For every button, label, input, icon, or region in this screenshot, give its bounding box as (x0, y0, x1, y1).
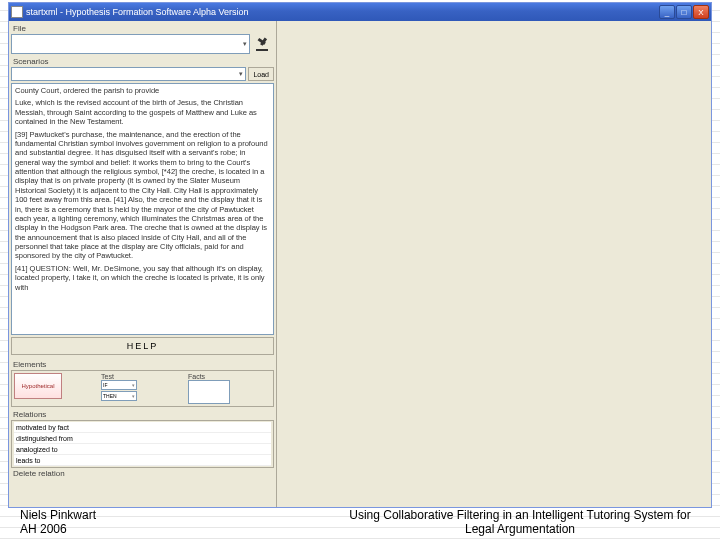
relations-list: motivated by fact distinguished from ana… (11, 420, 274, 468)
elements-label: Elements (13, 360, 272, 369)
relation-item[interactable]: distinguished from (14, 433, 271, 444)
load-button[interactable]: Load (248, 67, 274, 81)
test-label: Test (101, 373, 184, 380)
help-button[interactable]: HELP (11, 337, 274, 355)
delete-relation-label[interactable]: Delete relation (13, 469, 272, 478)
presentation-title: Using Collaborative Filtering in an Inte… (340, 508, 700, 536)
gavel-icon (254, 36, 274, 52)
author-name: Niels Pinkwart (20, 508, 96, 522)
scenario-dropdown[interactable] (11, 67, 246, 81)
file-label: File (13, 24, 272, 33)
then-dropdown[interactable]: THEN (101, 391, 137, 401)
relation-item[interactable]: leads to (14, 455, 271, 466)
test-element[interactable]: IF THEN (101, 380, 184, 401)
fact-element[interactable] (188, 380, 230, 404)
window-title: startxml - Hypothesis Formation Software… (26, 7, 659, 17)
venue-name: AH 2006 (20, 522, 96, 536)
relation-item[interactable]: analogized to (14, 444, 271, 455)
document-text[interactable]: County Court, ordered the parish to prov… (11, 83, 274, 335)
svg-rect-2 (256, 49, 268, 51)
file-dropdown[interactable] (11, 34, 250, 54)
app-icon (11, 6, 23, 18)
relation-item[interactable]: motivated by fact (14, 422, 271, 433)
left-panel: File Scenarios Load County Court, ordere… (9, 21, 277, 507)
if-dropdown[interactable]: IF (101, 380, 137, 390)
relations-label: Relations (13, 410, 272, 419)
titlebar[interactable]: startxml - Hypothesis Formation Software… (9, 3, 711, 21)
facts-label: Facts (188, 373, 271, 380)
slide-footer: Niels Pinkwart AH 2006 Using Collaborati… (20, 508, 700, 536)
elements-panel: Hypothetical Test IF THEN Facts (11, 370, 274, 407)
app-window: startxml - Hypothesis Formation Software… (8, 2, 712, 508)
close-button[interactable]: X (693, 5, 709, 19)
hypothetical-element[interactable]: Hypothetical (14, 373, 62, 399)
scenario-label: Scenarios (13, 57, 272, 66)
canvas-area[interactable] (277, 21, 711, 507)
minimize-button[interactable]: _ (659, 5, 675, 19)
maximize-button[interactable]: □ (676, 5, 692, 19)
